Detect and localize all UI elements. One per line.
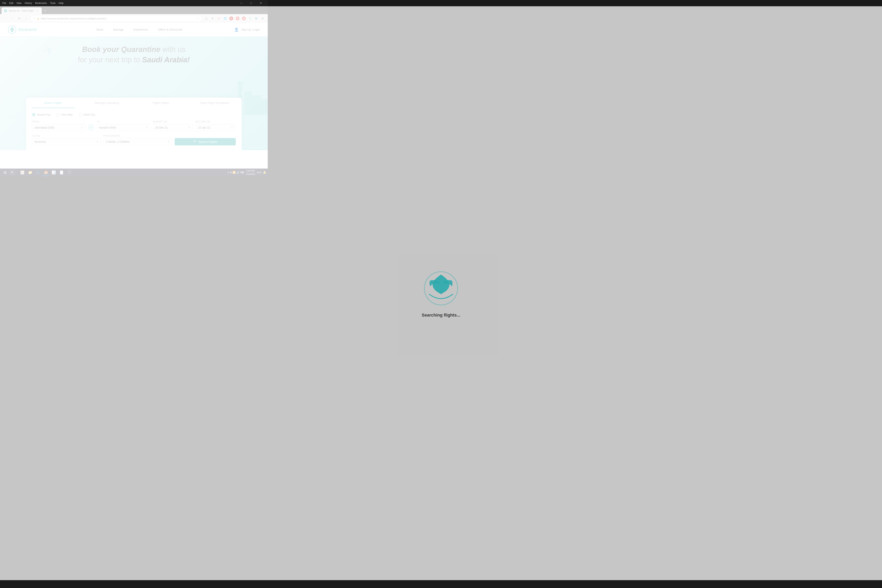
menu-history[interactable]: History <box>25 2 32 4</box>
browser-menu[interactable]: File Edit View History Bookmarks Tools H… <box>2 2 63 4</box>
maximize-button[interactable]: □ <box>247 0 256 6</box>
menu-help[interactable]: Help <box>58 2 63 4</box>
browser-titlebar: File Edit View History Bookmarks Tools H… <box>0 0 268 6</box>
minimize-button[interactable]: ─ <box>237 0 246 6</box>
menu-tools[interactable]: Tools <box>50 2 56 4</box>
menu-view[interactable]: View <box>16 2 21 4</box>
window-controls[interactable]: ─ □ ✕ <box>237 0 266 6</box>
menu-bookmarks[interactable]: Bookmarks <box>35 2 47 4</box>
close-button[interactable]: ✕ <box>256 0 266 6</box>
webpage-content: SereneAir Book Manage Experience Offers … <box>0 23 268 168</box>
menu-edit[interactable]: Edit <box>9 2 14 4</box>
loading-overlay: Searching flights... <box>0 23 268 168</box>
menu-file[interactable]: File <box>2 2 6 4</box>
